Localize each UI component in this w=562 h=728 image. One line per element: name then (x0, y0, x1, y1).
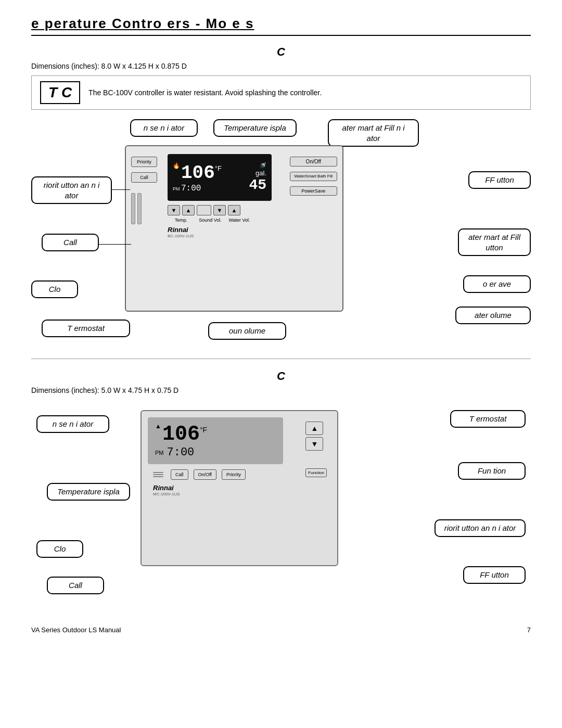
line-call (99, 244, 131, 245)
left-buttons: Priority Call (131, 157, 157, 224)
mc-callout-on-off: n se n i ator (36, 415, 109, 433)
vol-down-button[interactable]: ▼ (213, 205, 226, 215)
mc100-device: ▲ 106 °F PM 7:00 ▲ ▼ Function (140, 410, 338, 566)
callout-sound-volume: oun olume (208, 322, 286, 340)
priority-button[interactable]: Priority (131, 157, 157, 167)
callout-water-smart-fill: ater mart at Fill utton (458, 228, 531, 256)
device-display: 🔥 106 °F PM 7:00 🚿 gal. (168, 154, 272, 201)
mc-callout-call: Call (47, 577, 104, 594)
controller-info-bar: T C The BC-100V controller is water resi… (31, 75, 531, 110)
bc100-device: Priority Call 🔥 106 (125, 145, 343, 312)
mc-display-time: 7:00 (167, 446, 195, 459)
section1-title: C (31, 45, 531, 59)
temp-down-button[interactable]: ▼ (168, 205, 180, 215)
call-button[interactable]: Call (131, 172, 157, 183)
display-temp: 106 (181, 162, 215, 184)
blank-button (197, 205, 211, 215)
callout-water-volume: ater olume (455, 306, 531, 324)
temp-row: 🔥 106 °F (173, 162, 222, 184)
flame-icon: 🔥 (173, 162, 180, 169)
mc-temp-row: ▲ 106 °F (155, 423, 276, 446)
power-save-btn[interactable]: PowerSave (290, 186, 338, 196)
controller-desc: The BC-100V controller is water resistan… (88, 88, 322, 97)
section2-title: C (31, 369, 531, 383)
device-model: BC-100V-1US (168, 234, 272, 238)
mc-callout-clo: Clo (36, 540, 83, 558)
section2-dimensions: Dimensions (inches): 5.0 W x 4.75 H x 0.… (31, 386, 531, 394)
temp-label: Temp. (168, 218, 195, 223)
sound-vol-label: Sound Vol. (197, 218, 224, 223)
mc-up-button[interactable]: ▲ (305, 422, 323, 435)
main-display-area: 🔥 106 °F PM 7:00 🚿 gal. (168, 154, 272, 238)
callout-water-smart-indicator: ater mart at Fill n i ator (328, 119, 419, 147)
temp-up-button[interactable]: ▲ (182, 205, 195, 215)
mc-logo: Rinnai (153, 484, 331, 492)
mc-temp-unit: °F (200, 426, 207, 434)
display-pm: PM 7:00 (173, 184, 222, 193)
mc-bottom-buttons: Call On/Off Priority (153, 469, 331, 480)
page-header: e perature Contro ers - Mo e s (31, 16, 531, 36)
mc-callout-temp: Temperature ispla (47, 483, 130, 501)
callout-clo: Clo (31, 280, 78, 298)
mc-priority-btn[interactable]: Priority (222, 469, 246, 480)
display-time: 7:00 (181, 184, 201, 193)
mc-display: ▲ 106 °F PM 7:00 (148, 417, 283, 464)
mc-pm: PM (155, 450, 164, 456)
callout-off-button: FF utton (468, 171, 531, 189)
page: e perature Contro ers - Mo e s C Dimensi… (0, 0, 562, 644)
footer-series: VA Series Outdoor LS Manual (31, 626, 121, 634)
mc-up-arrow-icon: ▲ (155, 423, 161, 430)
mc-callout-thermostat: T ermostat (450, 410, 526, 428)
page-title: e perature Contro ers - Mo e s (31, 16, 531, 32)
right-side-buttons: On/Off WaterSmart Bath Fill PowerSave (290, 157, 338, 196)
mc-arrow-buttons: ▲ ▼ Function (305, 422, 327, 477)
section1-dimensions: Dimensions (inches): 8.0 W x 4.125 H x 0… (31, 62, 531, 70)
temp-unit: °F (215, 164, 222, 172)
mc-call-btn[interactable]: Call (171, 469, 188, 480)
mc-callout-function: Fun tion (458, 462, 526, 480)
display-left: 🔥 106 °F PM 7:00 (173, 162, 222, 193)
logo-area: Rinnai BC-100V-1US (168, 226, 272, 238)
mc-on-off-btn[interactable]: On/Off (194, 469, 216, 480)
controller-label: T C (40, 81, 80, 104)
callout-temp-display: Temperature ispla (213, 119, 297, 137)
mc100-diagram: n se n i ator Temperature ispla Clo Call… (31, 400, 531, 608)
water-smart-btn[interactable]: WaterSmart Bath Fill (290, 172, 338, 181)
section1: C Dimensions (inches): 8.0 W x 4.125 H x… (31, 45, 531, 338)
callout-thermostat: T ermostat (42, 320, 130, 337)
vol-up-button[interactable]: ▲ (228, 205, 240, 215)
section-divider (31, 359, 531, 359)
indicator-lines (153, 472, 163, 477)
bc100-diagram: riorit utton an n i ator Call Clo T ermo… (31, 119, 531, 338)
display-right: 🚿 gal. 45 (249, 162, 266, 193)
callout-priority-button: riorit utton an n i ator (31, 176, 112, 204)
mc-model: MC-100V-1US (153, 492, 331, 496)
faucet-icon: 🚿 (259, 162, 266, 169)
arrow-buttons-row: ▼ ▲ ▼ ▲ (168, 205, 272, 215)
section2: C Dimensions (inches): 5.0 W x 4.75 H x … (31, 369, 531, 608)
mc-function-button[interactable]: Function (305, 468, 327, 477)
mc-display-temp: 106 (162, 423, 200, 446)
callout-on-off: n se n i ator (130, 119, 198, 137)
page-footer: VA Series Outdoor LS Manual 7 (31, 626, 531, 634)
sliders (131, 193, 157, 224)
mc-callout-off: FF utton (463, 566, 526, 584)
button-labels: Temp. Sound Vol. Water Vol. (168, 218, 272, 223)
mc-callout-priority: riorit utton an n i ator (435, 519, 526, 537)
display-gal: gal. (256, 169, 266, 177)
device-logo: Rinnai (168, 226, 272, 234)
mc-logo-area: Rinnai MC-100V-1US (153, 484, 331, 496)
mc-time-row: PM 7:00 (155, 446, 276, 459)
on-off-button[interactable]: On/Off (290, 157, 338, 167)
mc-down-button[interactable]: ▼ (305, 437, 323, 451)
callout-power-save: o er ave (463, 275, 531, 293)
callout-call-button: Call (42, 234, 99, 251)
water-vol-label: Water Vol. (226, 218, 253, 223)
display-gallons: 45 (249, 177, 266, 193)
footer-page: 7 (527, 626, 531, 634)
line-priority (112, 189, 130, 190)
